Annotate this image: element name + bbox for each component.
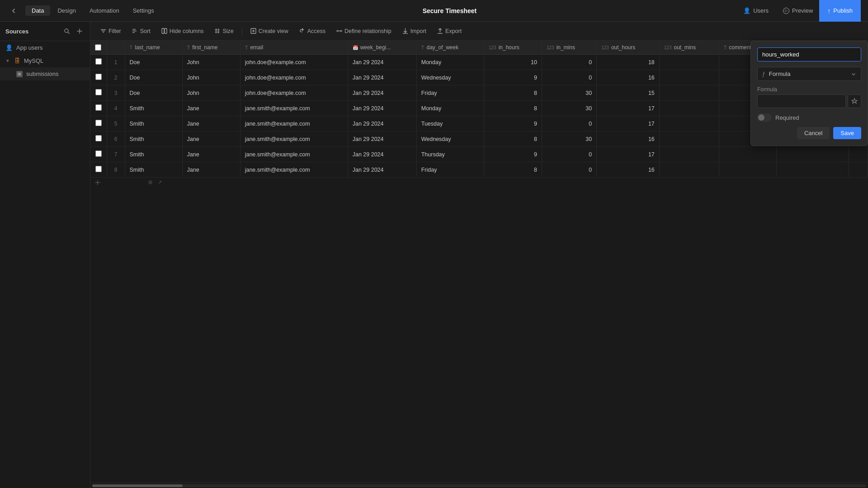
cell-week-begi[interactable]: Jan 29 2024: [348, 147, 416, 162]
field-type-selector[interactable]: ƒ Formula: [757, 67, 861, 81]
cell-day-of-week[interactable]: Friday: [416, 162, 484, 178]
cell-last-name[interactable]: Doe: [125, 55, 182, 70]
cell-week-begi[interactable]: Jan 29 2024: [348, 70, 416, 85]
row-checkbox-cell[interactable]: [90, 147, 107, 162]
cell-first-name[interactable]: John: [182, 55, 240, 70]
cell-first-name[interactable]: John: [182, 70, 240, 85]
cell-out-hours[interactable]: 16: [597, 70, 660, 85]
cell-out-mins[interactable]: [659, 55, 719, 70]
cell-comments[interactable]: [719, 147, 776, 162]
cell-email[interactable]: john.doe@example.com: [240, 85, 348, 101]
cell-day-of-week[interactable]: Wednesday: [416, 131, 484, 147]
sort-button[interactable]: Sort: [127, 26, 155, 37]
sidebar-item-app-users[interactable]: 👤 App users: [0, 41, 90, 54]
row-checkbox[interactable]: [95, 166, 102, 172]
cell-out-hours[interactable]: 17: [597, 101, 660, 116]
preview-button[interactable]: ▷ Preview: [778, 5, 817, 16]
cell-in-hours[interactable]: 10: [484, 55, 542, 70]
row-checkbox[interactable]: [95, 150, 102, 157]
cell-day-of-week[interactable]: Thursday: [416, 147, 484, 162]
nav-tab-design[interactable]: Design: [51, 5, 82, 16]
cell-in-hours[interactable]: 8: [484, 85, 542, 101]
import-button[interactable]: Import: [398, 26, 431, 37]
cell-day-of-week[interactable]: Friday: [416, 85, 484, 101]
cell-email[interactable]: jane.smith@example.com: [240, 131, 348, 147]
cell-in-mins[interactable]: 30: [542, 101, 596, 116]
col-day-of-week[interactable]: T day_of_week: [416, 41, 484, 55]
cell-week-begi[interactable]: Jan 29 2024: [348, 55, 416, 70]
row-checkbox[interactable]: [95, 104, 102, 111]
cell-last-name[interactable]: Doe: [125, 70, 182, 85]
cell-out-mins[interactable]: [659, 101, 719, 116]
cell-email[interactable]: jane.smith@example.com: [240, 116, 348, 131]
cell-last-name[interactable]: Smith: [125, 162, 182, 178]
cell-in-mins[interactable]: 0: [542, 116, 596, 131]
cell-first-name[interactable]: Jane: [182, 147, 240, 162]
cancel-button[interactable]: Cancel: [797, 127, 830, 139]
publish-button[interactable]: ↑ Publish: [819, 0, 861, 22]
cell-in-hours[interactable]: 8: [484, 162, 542, 178]
select-all-header[interactable]: [90, 41, 107, 55]
cell-in-mins[interactable]: 30: [542, 131, 596, 147]
row-checkbox-cell[interactable]: [90, 162, 107, 178]
nav-tab-data[interactable]: Data: [25, 5, 50, 16]
row-checkbox-cell[interactable]: [90, 70, 107, 85]
col-first-name[interactable]: T first_name: [182, 41, 240, 55]
export-button[interactable]: Export: [433, 26, 466, 37]
cell-out-hours[interactable]: 18: [597, 55, 660, 70]
row-checkbox[interactable]: [95, 74, 102, 80]
filter-button[interactable]: Filter: [96, 26, 126, 37]
nav-tab-automation[interactable]: Automation: [83, 5, 126, 16]
cell-day-of-week[interactable]: Monday: [416, 101, 484, 116]
cell-week-begi[interactable]: Jan 29 2024: [348, 162, 416, 178]
cell-out-hours[interactable]: 16: [597, 162, 660, 178]
cell-week-begi[interactable]: Jan 29 2024: [348, 85, 416, 101]
cell-in-mins[interactable]: 30: [542, 85, 596, 101]
cell-out-mins[interactable]: [659, 85, 719, 101]
cell-first-name[interactable]: Jane: [182, 116, 240, 131]
row-checkbox-cell[interactable]: [90, 101, 107, 116]
add-row-button[interactable]: ⊞ ↗: [90, 178, 868, 187]
formula-magic-button[interactable]: [848, 94, 861, 108]
cell-out-mins[interactable]: [659, 116, 719, 131]
cell-email[interactable]: jane.smith@example.com: [240, 147, 348, 162]
cell-out-mins[interactable]: [659, 147, 719, 162]
cell-email[interactable]: jane.smith@example.com: [240, 162, 348, 178]
select-all-checkbox[interactable]: [95, 44, 101, 51]
save-button[interactable]: Save: [833, 127, 861, 139]
cell-email[interactable]: john.doe@example.com: [240, 70, 348, 85]
col-last-name[interactable]: T last_name: [125, 41, 182, 55]
cell-week-begi[interactable]: Jan 29 2024: [348, 116, 416, 131]
cell-day-of-week[interactable]: Monday: [416, 55, 484, 70]
col-in-hours[interactable]: 123 in_hours: [484, 41, 542, 55]
formula-input[interactable]: [757, 94, 846, 108]
cell-in-hours[interactable]: 8: [484, 131, 542, 147]
cell-last-name[interactable]: Smith: [125, 101, 182, 116]
cell-day-of-week[interactable]: Tuesday: [416, 116, 484, 131]
cell-last-name[interactable]: Smith: [125, 131, 182, 147]
row-checkbox[interactable]: [95, 120, 102, 126]
cell-in-hours[interactable]: 9: [484, 116, 542, 131]
cell-week-begi[interactable]: Jan 29 2024: [348, 101, 416, 116]
cell-comments[interactable]: [719, 162, 776, 178]
row-checkbox-cell[interactable]: [90, 55, 107, 70]
cell-last-name[interactable]: Smith: [125, 116, 182, 131]
nav-tab-settings[interactable]: Settings: [127, 5, 160, 16]
cell-out-mins[interactable]: [659, 162, 719, 178]
row-checkbox-cell[interactable]: [90, 131, 107, 147]
create-view-button[interactable]: Create view: [246, 26, 293, 37]
add-source-button[interactable]: [75, 26, 85, 36]
row-checkbox[interactable]: [95, 58, 102, 65]
required-toggle[interactable]: [757, 113, 772, 122]
access-button[interactable]: Access: [295, 26, 330, 37]
cell-submission-id[interactable]: [776, 147, 849, 162]
sidebar-item-mysql[interactable]: ▼ 🗄 MySQL: [0, 54, 90, 67]
cell-in-hours[interactable]: 9: [484, 147, 542, 162]
scrollbar-thumb[interactable]: [92, 484, 183, 487]
cell-out-hours[interactable]: 17: [597, 147, 660, 162]
cell-in-hours[interactable]: 9: [484, 70, 542, 85]
col-out-mins[interactable]: 123 out_mins: [659, 41, 719, 55]
cell-first-name[interactable]: Jane: [182, 131, 240, 147]
cell-day-of-week[interactable]: Wednesday: [416, 70, 484, 85]
cell-out-hours[interactable]: 17: [597, 116, 660, 131]
